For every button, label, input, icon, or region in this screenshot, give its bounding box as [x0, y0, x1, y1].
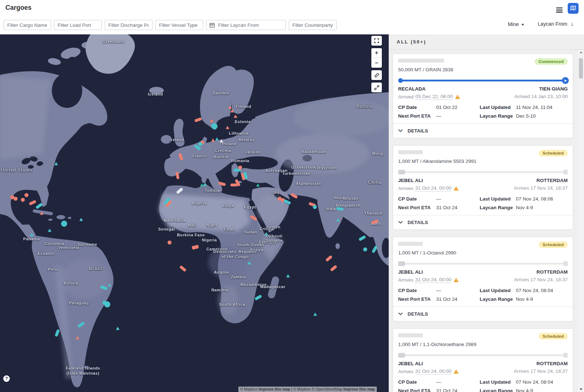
- vessel-marker[interactable]: [29, 200, 37, 206]
- vessel-marker[interactable]: [11, 195, 14, 199]
- vessel-marker[interactable]: [79, 218, 83, 221]
- route-draw-button[interactable]: [371, 83, 382, 92]
- measure-ruler-button[interactable]: [371, 70, 382, 80]
- vessel-marker[interactable]: [178, 153, 183, 161]
- filter-vessel-type-input[interactable]: [155, 20, 203, 30]
- vessel-marker[interactable]: [256, 184, 260, 187]
- vessel-marker[interactable]: [254, 295, 262, 301]
- vessel-marker[interactable]: [30, 233, 34, 236]
- cards-list: Commenced50,000 MT / GRAIN 2838RECALADAA…: [393, 50, 573, 392]
- vessel-marker[interactable]: [25, 193, 29, 197]
- vessel-marker[interactable]: [21, 198, 25, 202]
- eta-date-tooltip[interactable]: 31 Oct 24, 00:00: [415, 185, 451, 191]
- vessel-marker[interactable]: [116, 327, 120, 330]
- list-view-icon[interactable]: [556, 7, 563, 13]
- eta-date-tooltip[interactable]: 31 Oct 24, 00:00: [415, 368, 451, 375]
- cargo-card[interactable]: Scheduled1,000 MT / 1-Octanol 2990JEBEL …: [393, 237, 573, 321]
- vessel-marker[interactable]: [371, 219, 379, 224]
- vessel-marker[interactable]: [168, 241, 172, 245]
- improve-map-link[interactable]: Improve this map: [259, 387, 290, 391]
- vessel-name-redacted: [398, 150, 423, 154]
- filter-cargo-name-input[interactable]: [4, 20, 51, 30]
- vessel-marker[interactable]: [54, 162, 58, 165]
- eta-date-tooltip[interactable]: 05 Dec 22, 06:00: [416, 94, 453, 100]
- vessel-marker[interactable]: [200, 184, 204, 187]
- filter-discharge-port-input[interactable]: [105, 20, 153, 30]
- vessel-marker[interactable]: [313, 313, 317, 316]
- help-button[interactable]: ?: [3, 375, 10, 382]
- map-view-button[interactable]: [568, 3, 579, 14]
- vessel-marker[interactable]: [40, 212, 43, 215]
- vessel-marker[interactable]: [203, 183, 207, 186]
- vessel-marker[interactable]: [234, 115, 237, 118]
- vessel-marker[interactable]: [210, 119, 213, 122]
- card-top-row: Scheduled: [398, 333, 568, 338]
- vessel-marker[interactable]: [286, 274, 290, 278]
- scroll-thumb[interactable]: [579, 58, 583, 79]
- vessel-marker[interactable]: [48, 229, 51, 232]
- vessel-marker[interactable]: [194, 117, 202, 122]
- vessel-marker[interactable]: [363, 248, 367, 252]
- vessel-marker[interactable]: [103, 301, 107, 305]
- fullscreen-button[interactable]: [371, 36, 382, 46]
- osm-credit: © Mapbox © OpenStreetMap: [293, 387, 342, 391]
- cargo-card[interactable]: Scheduled1,000 MT / 1,1-Dichloroethane 2…: [393, 328, 573, 392]
- vessel-marker[interactable]: [372, 245, 378, 253]
- vessel-marker[interactable]: [215, 138, 219, 141]
- cargo-card[interactable]: Scheduled1,000 MT / Alkanolamine 5503 29…: [393, 145, 573, 230]
- scroll-down-arrow[interactable]: [578, 387, 584, 392]
- progress-start-placeholder: [398, 261, 405, 266]
- vessel-marker[interactable]: [330, 265, 337, 272]
- filter-load-port-input[interactable]: [54, 20, 102, 30]
- improve-map-link-2[interactable]: Improve this map: [343, 387, 375, 391]
- vessel-marker[interactable]: [290, 193, 298, 199]
- map-canvas[interactable]: GreenlandIcelandSwedenFinlandEstoniaLith…: [0, 34, 389, 392]
- load-port: JEBEL ALIArrives 31 Oct 24, 00:00: [398, 361, 459, 375]
- zoom-out-button[interactable]: −: [371, 58, 382, 68]
- vessel-marker[interactable]: [220, 139, 223, 143]
- scope-dropdown[interactable]: Mine: [508, 21, 524, 27]
- vessel-marker[interactable]: [36, 203, 43, 209]
- vessel-marker[interactable]: [175, 172, 179, 179]
- filter-laycan-from-input[interactable]: [215, 21, 285, 29]
- vessel-marker[interactable]: [61, 221, 67, 227]
- panel-scrollbar[interactable]: [578, 50, 584, 392]
- vessel-marker[interactable]: [218, 182, 226, 186]
- eta-date-tooltip[interactable]: 31 Oct 24, 00:00: [415, 277, 451, 283]
- vessel-marker[interactable]: [108, 283, 111, 287]
- vessel-marker[interactable]: [100, 285, 108, 290]
- vessel-marker[interactable]: [250, 215, 257, 221]
- cargo-card[interactable]: Commenced50,000 MT / GRAIN 2838RECALADAA…: [393, 54, 573, 138]
- vessel-marker[interactable]: [336, 218, 340, 222]
- vessel-marker[interactable]: [325, 255, 333, 262]
- vessel-marker[interactable]: [228, 106, 232, 109]
- vessel-marker[interactable]: [264, 232, 268, 236]
- vessel-marker[interactable]: [55, 329, 60, 337]
- vessel-marker[interactable]: [230, 109, 234, 113]
- vessel-marker[interactable]: [78, 321, 85, 328]
- filter-counterparty-input[interactable]: [289, 20, 337, 30]
- vessel-marker[interactable]: [313, 205, 317, 209]
- scroll-up-arrow[interactable]: [578, 50, 584, 55]
- load-port-name: JEBEL ALI: [398, 178, 459, 183]
- zoom-in-button[interactable]: +: [371, 48, 382, 58]
- vessel-marker[interactable]: [247, 261, 251, 265]
- vessel-marker[interactable]: [336, 207, 343, 211]
- details-toggle[interactable]: DETAILS: [398, 124, 568, 138]
- vessel-marker[interactable]: [195, 245, 199, 249]
- vessel-marker[interactable]: [358, 235, 366, 241]
- vessel-marker[interactable]: [76, 336, 79, 340]
- vessel-marker[interactable]: [211, 139, 215, 142]
- vessel-marker[interactable]: [226, 126, 229, 129]
- details-toggle[interactable]: DETAILS: [398, 307, 568, 321]
- vessel-marker[interactable]: [238, 166, 242, 170]
- vessel-marker[interactable]: [199, 142, 203, 146]
- vessel-marker[interactable]: [179, 265, 187, 272]
- sort-control[interactable]: Laycan From ↓: [538, 21, 573, 27]
- vessel-marker[interactable]: [212, 123, 218, 130]
- discharge-port: ROTTERDAMArrives 17 Nov 24, 18:37: [514, 178, 568, 191]
- details-toggle[interactable]: DETAILS: [398, 215, 568, 229]
- vessel-marker[interactable]: [283, 199, 291, 205]
- vessel-marker[interactable]: [176, 187, 183, 194]
- field-value: —: [436, 196, 441, 202]
